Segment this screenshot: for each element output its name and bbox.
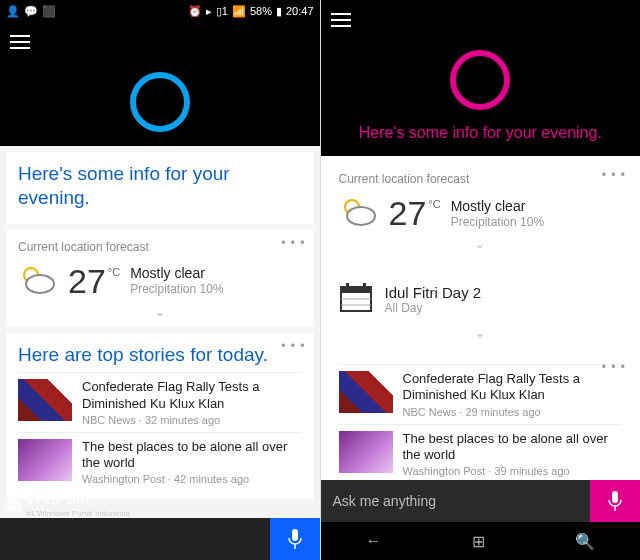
- card-more-icon[interactable]: • • •: [602, 168, 626, 182]
- msg-icon: 💬: [24, 5, 38, 18]
- chevron-down-icon[interactable]: ⌄: [339, 326, 623, 340]
- content-scroll[interactable]: • • • Current location forecast 27 °C Mo…: [321, 156, 641, 480]
- hamburger-icon[interactable]: [10, 35, 30, 49]
- story-row[interactable]: The best places to be alone all over the…: [339, 424, 623, 481]
- start-button[interactable]: ⊞: [472, 532, 485, 551]
- forecast-label: Current location forecast: [18, 240, 302, 254]
- weather-icon: [18, 262, 58, 301]
- weather-card[interactable]: • • • Current location forecast 27 °C Mo…: [6, 230, 314, 327]
- app-header: [321, 0, 641, 40]
- greeting-text: Here's some info for your evening.: [18, 162, 302, 210]
- bbm-icon: ⬛: [42, 5, 56, 18]
- temperature: 27 °C: [389, 194, 441, 233]
- weather-icon: [339, 194, 379, 233]
- battery-pct: 58%: [250, 5, 272, 17]
- precipitation: Precipitation 10%: [130, 282, 223, 298]
- battery-icon: ▮: [276, 5, 282, 18]
- svg-point-1: [26, 275, 54, 293]
- chevron-down-icon[interactable]: ⌄: [339, 237, 623, 251]
- story-title: The best places to be alone all over the…: [82, 439, 302, 472]
- news-card: • • • Confederate Flag Rally Tests a Dim…: [327, 354, 635, 480]
- event-time: All Day: [385, 301, 482, 315]
- search-button[interactable]: 🔍: [575, 532, 595, 551]
- news-card: • • • Here are top stories for today. Co…: [6, 333, 314, 500]
- signal-icon: 📶: [232, 5, 246, 18]
- alarm-icon: ⏰: [188, 5, 202, 18]
- android-statusbar: 👤 💬 ⬛ ⏰ ▸ ▯1 📶 58% ▮ 20:47: [0, 0, 320, 22]
- wifi-icon: ▸: [206, 5, 212, 18]
- story-thumbnail: [339, 371, 393, 413]
- card-more-icon[interactable]: • • •: [281, 236, 305, 250]
- temperature: 27 °C: [68, 262, 120, 301]
- event-title: Idul Fitri Day 2: [385, 284, 482, 301]
- story-thumbnail: [18, 379, 72, 421]
- profile-icon: 👤: [6, 5, 20, 18]
- story-title: The best places to be alone all over the…: [403, 431, 623, 464]
- card-more-icon[interactable]: • • •: [602, 360, 626, 374]
- clock: 20:47: [286, 5, 314, 17]
- hamburger-icon[interactable]: [331, 13, 351, 27]
- story-title: Confederate Flag Rally Tests a Diminishe…: [82, 379, 302, 412]
- story-thumbnail: [18, 439, 72, 481]
- wp-navbar: ← ⊞ 🔍: [321, 522, 641, 560]
- bottom-bar: [0, 518, 320, 560]
- winpoin-watermark: ▦ WinPoin #1 Windows Portal Indonesia: [6, 489, 130, 518]
- stories-heading: Here are top stories for today.: [18, 343, 302, 367]
- content-scroll[interactable]: Here's some info for your evening. • • •…: [0, 146, 320, 518]
- svg-rect-6: [341, 287, 371, 293]
- back-button[interactable]: ←: [366, 532, 382, 550]
- mic-button[interactable]: [590, 480, 640, 522]
- calendar-icon: [339, 281, 373, 318]
- cortana-ring-icon[interactable]: [450, 50, 510, 110]
- story-row[interactable]: Confederate Flag Rally Tests a Diminishe…: [18, 372, 302, 432]
- cortana-ring-icon[interactable]: [130, 72, 190, 132]
- story-title: Confederate Flag Rally Tests a Diminishe…: [403, 371, 623, 404]
- app-header: [0, 22, 320, 62]
- cortana-android-pane: 👤 💬 ⬛ ⏰ ▸ ▯1 📶 58% ▮ 20:47 Here's some i…: [0, 0, 321, 560]
- greeting-card: Here's some info for your evening.: [6, 152, 314, 224]
- bottom-bar: Ask me anything: [321, 480, 641, 522]
- precipitation: Precipitation 10%: [451, 215, 544, 231]
- story-thumbnail: [339, 431, 393, 473]
- greeting-text: Here's some info for your evening.: [321, 124, 641, 156]
- card-more-icon[interactable]: • • •: [281, 339, 305, 353]
- temp-unit: °C: [108, 266, 120, 278]
- condition: Mostly clear: [130, 264, 223, 282]
- svg-point-4: [347, 207, 375, 225]
- cortana-wp-pane: Here's some info for your evening. • • •…: [321, 0, 641, 560]
- sim-icon: ▯1: [216, 5, 228, 18]
- svg-rect-2: [292, 529, 298, 541]
- svg-rect-7: [346, 283, 349, 289]
- winpoin-logo-icon: ▦: [6, 493, 22, 514]
- search-input[interactable]: Ask me anything: [321, 480, 591, 522]
- svg-rect-11: [612, 491, 618, 503]
- story-row[interactable]: Confederate Flag Rally Tests a Diminishe…: [339, 364, 623, 424]
- temp-unit: °C: [428, 198, 440, 210]
- condition: Mostly clear: [451, 197, 544, 215]
- chevron-down-icon[interactable]: ⌄: [18, 305, 302, 319]
- calendar-card[interactable]: Idul Fitri Day 2 All Day ⌄: [327, 265, 635, 348]
- svg-rect-8: [363, 283, 366, 289]
- story-row[interactable]: The best places to be alone all over the…: [18, 432, 302, 492]
- weather-card[interactable]: • • • Current location forecast 27 °C Mo…: [327, 162, 635, 259]
- forecast-label: Current location forecast: [339, 172, 623, 186]
- mic-button[interactable]: [270, 518, 320, 560]
